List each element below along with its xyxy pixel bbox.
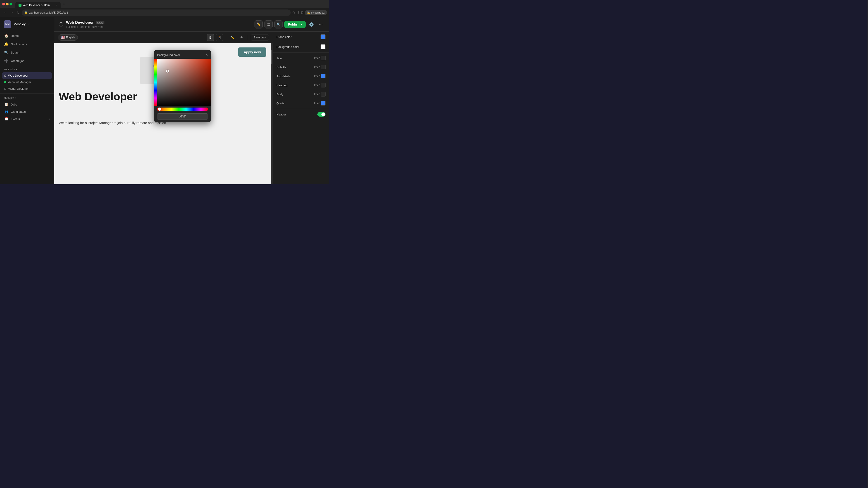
save-draft-btn[interactable]: Save draft [251, 35, 269, 40]
color-gradient-area[interactable] [154, 59, 211, 106]
sidebar-item-create-job[interactable]: ➕ Create job [2, 57, 52, 65]
pencil-btn[interactable]: ✏️ [229, 34, 236, 41]
moodjoy-arrow: ▾ [15, 97, 16, 99]
editor-header: Web Developer Draft Full-time / Part-tim… [54, 17, 329, 32]
incognito-indicator: 🕵️ Incognito (2) [305, 10, 327, 15]
panel-row-bg-color: Background color [273, 42, 329, 52]
body-font-swatch[interactable] [321, 92, 326, 96]
body-font-value: Inter [314, 93, 320, 96]
heading-font-value: Inter [314, 84, 320, 87]
url-text: app.homerun.co/job/336501/edit [29, 11, 68, 14]
publish-label: Publish [288, 23, 300, 26]
scrollbar-thumb[interactable] [271, 50, 272, 64]
background-color-swatch[interactable] [320, 44, 326, 49]
sidebar-item-home[interactable]: 🏠 Home [2, 32, 52, 40]
jobs-icon: 📋 [4, 103, 8, 106]
title-font-value: Inter [314, 57, 320, 60]
sidebar-item-candidates[interactable]: 👥 Candidates [2, 108, 52, 115]
sidebar-item-jobs[interactable]: 📋 Jobs [2, 101, 52, 108]
subtitle-font-value: Inter [314, 66, 320, 69]
canvas-scrollbar[interactable] [271, 43, 273, 184]
list-icon-btn[interactable]: ☰ [265, 20, 273, 29]
job-status-dot [4, 88, 6, 90]
job-active-dot [4, 81, 6, 84]
sidebar-item-label: Create job [11, 59, 24, 63]
heading-font-label: Heading [276, 84, 287, 87]
url-bar[interactable]: 🔒 app.homerun.co/job/336501/edit [22, 9, 291, 16]
job-item-visual-designer[interactable]: Visual Designer [2, 86, 52, 92]
events-scroll-down: ▾ [49, 118, 50, 120]
publish-button[interactable]: Publish ▾ [284, 21, 306, 28]
nav-refresh[interactable]: ↻ [16, 10, 20, 15]
sidebar-item-notifications[interactable]: 🔔 Notifications [2, 40, 52, 48]
settings-btn[interactable]: ⚙️ [307, 21, 315, 28]
new-tab-btn[interactable]: + [61, 2, 68, 6]
sidebar-item-search[interactable]: 🔍 Search [2, 48, 52, 57]
events-icon: 📅 [4, 117, 8, 121]
nav-forward[interactable]: → [9, 10, 14, 15]
job-item-account-manager[interactable]: Account Manager [2, 79, 52, 86]
title-font-swatch[interactable] [321, 56, 326, 60]
company-header[interactable]: MM Moodjoy ▾ [0, 17, 54, 31]
app-layout: MM Moodjoy ▾ 🏠 Home 🔔 Notifications 🔍 Se… [0, 17, 329, 184]
eye-btn[interactable]: 👁 [238, 34, 245, 41]
more-options-btn[interactable]: ⋯ [317, 21, 324, 28]
search-header-btn[interactable]: 🔍 [274, 20, 283, 29]
moodjoy-nav: 📋 Jobs 👥 Candidates 📅 Events ▾ [0, 100, 54, 123]
mobile-view-btn[interactable]: 📱 [216, 34, 223, 41]
apply-now-btn[interactable]: Apply now [238, 47, 266, 57]
language-selector[interactable]: 🇺🇸 English [58, 34, 78, 41]
canvas-content: Apply now Add your logo Upload Web Devel… [54, 43, 273, 184]
edit-icon-btn[interactable]: ✏️ [254, 20, 263, 29]
job-item-web-developer[interactable]: Web Developer [2, 72, 52, 79]
header-toggle[interactable] [317, 112, 326, 117]
heading-font-swatch[interactable] [321, 83, 326, 88]
nav-back[interactable]: ← [2, 10, 8, 15]
color-picker-header: Background color × [154, 50, 211, 59]
canvas-toolbar: 🇺🇸 English 🖥 📱 ✏️ 👁 Save draft [54, 32, 273, 43]
quote-font-label: Quote [276, 102, 284, 105]
company-name: Moodjoy [13, 22, 26, 26]
color-picker-close-btn[interactable]: × [206, 53, 208, 57]
address-bar: ← → ↻ 🔒 app.homerun.co/job/336501/edit ☆… [0, 8, 329, 17]
canvas-page: Apply now Add your logo Upload Web Devel… [54, 43, 271, 184]
sidebar-item-events[interactable]: 📅 Events ▾ [2, 115, 52, 123]
browser-tab-active[interactable]: Web Developer - Homerun × [16, 2, 61, 8]
body-font-label: Body [276, 93, 283, 96]
hue-slider[interactable] [157, 107, 208, 111]
desktop-view-btn[interactable]: 🖥 [207, 34, 214, 41]
job-meta: Full-time / Part-time · New York [66, 25, 252, 29]
download-btn[interactable]: ⬇ [297, 10, 300, 15]
hue-thumb[interactable] [158, 107, 161, 111]
your-jobs-section: Your jobs ▾ [0, 66, 54, 72]
hue-slider-row [154, 106, 211, 112]
job-item-label: Account Manager [8, 80, 31, 84]
win-maximize[interactable] [9, 3, 12, 5]
subtitle-font-swatch[interactable] [321, 65, 326, 69]
job-info: Web Developer Draft Full-time / Part-tim… [66, 20, 252, 29]
sidebar-item-label: Notifications [11, 42, 27, 46]
win-minimize[interactable] [6, 3, 8, 5]
hex-input[interactable] [157, 113, 208, 120]
panel-row-title: Title Inter [273, 54, 329, 63]
sidebar-item-label: Candidates [11, 110, 26, 113]
jobs-list: Web Developer Account Manager Visual Des… [0, 72, 54, 92]
flag-icon: 🇺🇸 [61, 36, 65, 39]
tab-close-btn[interactable]: × [56, 3, 57, 7]
job-details-font-swatch[interactable] [321, 74, 326, 78]
your-jobs-arrow: ▾ [16, 68, 17, 71]
plus-icon: ➕ [4, 59, 8, 63]
color-picker-title: Background color [157, 53, 180, 57]
quote-font-swatch[interactable] [321, 101, 326, 105]
avatar: MM [4, 20, 11, 28]
moodjoy-section-label: Moodjoy [4, 96, 14, 99]
win-close[interactable] [2, 3, 5, 5]
gradient-main [157, 59, 211, 106]
color-picker-popup: Background color × [154, 50, 211, 122]
bookmark-btn[interactable]: ☆ [292, 10, 295, 15]
job-details-font-value: Inter [314, 74, 320, 78]
sidebar-toggle[interactable]: ⧉ [301, 11, 303, 15]
brand-color-swatch[interactable] [320, 34, 326, 39]
hue-strip-left [154, 59, 157, 106]
job-item-label: Web Developer [8, 74, 28, 77]
